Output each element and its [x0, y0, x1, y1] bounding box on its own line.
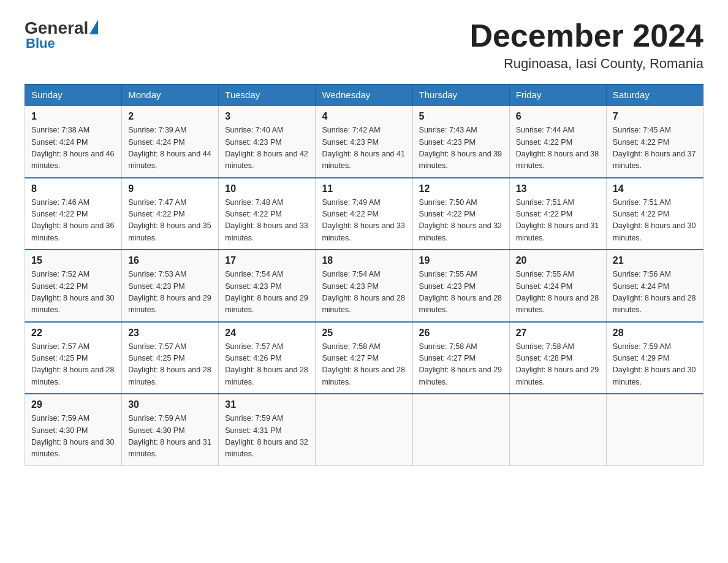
calendar-cell: 24Sunrise: 7:57 AMSunset: 4:26 PMDayligh…: [219, 322, 316, 394]
calendar-cell: 5Sunrise: 7:43 AMSunset: 4:23 PMDaylight…: [412, 105, 509, 178]
day-info: Sunrise: 7:59 AMSunset: 4:29 PMDaylight:…: [613, 341, 697, 389]
calendar-cell: 16Sunrise: 7:53 AMSunset: 4:23 PMDayligh…: [122, 250, 219, 322]
day-info: Sunrise: 7:48 AMSunset: 4:22 PMDaylight:…: [225, 197, 309, 245]
day-info: Sunrise: 7:47 AMSunset: 4:22 PMDaylight:…: [128, 197, 212, 245]
day-number: 10: [225, 183, 309, 194]
calendar-cell: 26Sunrise: 7:58 AMSunset: 4:27 PMDayligh…: [412, 322, 509, 394]
day-info: Sunrise: 7:42 AMSunset: 4:23 PMDaylight:…: [322, 124, 406, 172]
day-number: 26: [419, 327, 503, 339]
calendar-cell: 18Sunrise: 7:54 AMSunset: 4:23 PMDayligh…: [316, 250, 412, 322]
day-number: 11: [322, 183, 406, 194]
day-info: Sunrise: 7:58 AMSunset: 4:28 PMDaylight:…: [516, 341, 600, 389]
day-info: Sunrise: 7:57 AMSunset: 4:26 PMDaylight:…: [225, 341, 309, 389]
day-info: Sunrise: 7:39 AMSunset: 4:24 PMDaylight:…: [128, 124, 212, 172]
calendar-cell: 7Sunrise: 7:45 AMSunset: 4:22 PMDaylight…: [606, 105, 703, 178]
calendar-cell: 20Sunrise: 7:55 AMSunset: 4:24 PMDayligh…: [509, 250, 606, 322]
day-number: 18: [322, 255, 406, 266]
calendar-cell: 22Sunrise: 7:57 AMSunset: 4:25 PMDayligh…: [25, 322, 122, 394]
day-number: 22: [31, 327, 115, 339]
day-number: 9: [128, 183, 212, 194]
day-info: Sunrise: 7:40 AMSunset: 4:23 PMDaylight:…: [225, 124, 309, 172]
logo-blue-text: Blue: [26, 36, 55, 52]
calendar-cell: 6Sunrise: 7:44 AMSunset: 4:22 PMDaylight…: [509, 105, 606, 178]
calendar-week-row: 8Sunrise: 7:46 AMSunset: 4:22 PMDaylight…: [25, 178, 703, 250]
calendar-cell: 25Sunrise: 7:58 AMSunset: 4:27 PMDayligh…: [316, 322, 412, 394]
weekday-header-saturday: Saturday: [606, 85, 703, 106]
calendar-cell: [606, 394, 703, 465]
day-number: 24: [225, 327, 309, 339]
calendar-table: SundayMondayTuesdayWednesdayThursdayFrid…: [25, 84, 703, 466]
day-number: 30: [128, 399, 212, 410]
calendar-subtitle: Ruginoasa, Iasi County, Romania: [469, 56, 703, 72]
calendar-cell: 15Sunrise: 7:52 AMSunset: 4:22 PMDayligh…: [25, 250, 122, 322]
calendar-cell: 9Sunrise: 7:47 AMSunset: 4:22 PMDaylight…: [122, 178, 219, 250]
day-info: Sunrise: 7:59 AMSunset: 4:30 PMDaylight:…: [31, 413, 115, 461]
day-info: Sunrise: 7:56 AMSunset: 4:24 PMDaylight:…: [613, 269, 697, 316]
day-info: Sunrise: 7:51 AMSunset: 4:22 PMDaylight:…: [613, 197, 697, 245]
day-number: 8: [31, 183, 115, 194]
calendar-cell: 2Sunrise: 7:39 AMSunset: 4:24 PMDaylight…: [122, 105, 219, 178]
day-info: Sunrise: 7:46 AMSunset: 4:22 PMDaylight:…: [31, 197, 115, 245]
calendar-cell: 23Sunrise: 7:57 AMSunset: 4:25 PMDayligh…: [122, 322, 219, 394]
calendar-cell: 17Sunrise: 7:54 AMSunset: 4:23 PMDayligh…: [219, 250, 316, 322]
calendar-week-row: 29Sunrise: 7:59 AMSunset: 4:30 PMDayligh…: [25, 394, 703, 465]
day-number: 1: [31, 111, 115, 122]
day-number: 7: [613, 111, 697, 122]
day-info: Sunrise: 7:45 AMSunset: 4:22 PMDaylight:…: [613, 124, 697, 172]
weekday-header-row: SundayMondayTuesdayWednesdayThursdayFrid…: [25, 85, 703, 106]
calendar-week-row: 22Sunrise: 7:57 AMSunset: 4:25 PMDayligh…: [25, 322, 703, 394]
weekday-header-sunday: Sunday: [25, 85, 122, 106]
calendar-cell: 28Sunrise: 7:59 AMSunset: 4:29 PMDayligh…: [606, 322, 703, 394]
day-number: 5: [419, 111, 503, 122]
day-info: Sunrise: 7:51 AMSunset: 4:22 PMDaylight:…: [516, 197, 600, 245]
day-number: 31: [225, 399, 309, 410]
day-number: 15: [31, 255, 115, 266]
calendar-cell: 12Sunrise: 7:50 AMSunset: 4:22 PMDayligh…: [412, 178, 509, 250]
weekday-header-monday: Monday: [122, 85, 219, 106]
calendar-cell: 8Sunrise: 7:46 AMSunset: 4:22 PMDaylight…: [25, 178, 122, 250]
calendar-cell: 1Sunrise: 7:38 AMSunset: 4:24 PMDaylight…: [25, 105, 122, 178]
calendar-cell: 4Sunrise: 7:42 AMSunset: 4:23 PMDaylight…: [316, 105, 412, 178]
calendar-week-row: 1Sunrise: 7:38 AMSunset: 4:24 PMDaylight…: [25, 105, 703, 178]
calendar-cell: 27Sunrise: 7:58 AMSunset: 4:28 PMDayligh…: [509, 322, 606, 394]
calendar-cell: 3Sunrise: 7:40 AMSunset: 4:23 PMDaylight…: [219, 105, 316, 178]
weekday-header-wednesday: Wednesday: [316, 85, 412, 106]
day-number: 23: [128, 327, 212, 339]
day-info: Sunrise: 7:38 AMSunset: 4:24 PMDaylight:…: [31, 124, 115, 172]
day-info: Sunrise: 7:44 AMSunset: 4:22 PMDaylight:…: [516, 124, 600, 172]
day-info: Sunrise: 7:53 AMSunset: 4:23 PMDaylight:…: [128, 269, 212, 316]
calendar-cell: 30Sunrise: 7:59 AMSunset: 4:30 PMDayligh…: [122, 394, 219, 465]
title-area: December 2024 Ruginoasa, Iasi County, Ro…: [469, 18, 703, 72]
day-number: 20: [516, 255, 600, 266]
day-info: Sunrise: 7:54 AMSunset: 4:23 PMDaylight:…: [225, 269, 309, 316]
calendar-cell: 11Sunrise: 7:49 AMSunset: 4:22 PMDayligh…: [316, 178, 412, 250]
day-number: 21: [613, 255, 697, 266]
day-info: Sunrise: 7:59 AMSunset: 4:31 PMDaylight:…: [225, 413, 309, 461]
day-info: Sunrise: 7:58 AMSunset: 4:27 PMDaylight:…: [419, 341, 503, 389]
day-number: 28: [613, 327, 697, 339]
day-number: 3: [225, 111, 309, 122]
calendar-cell: 14Sunrise: 7:51 AMSunset: 4:22 PMDayligh…: [606, 178, 703, 250]
weekday-header-friday: Friday: [509, 85, 606, 106]
day-number: 13: [516, 183, 600, 194]
calendar-title: December 2024: [469, 18, 703, 53]
day-number: 12: [419, 183, 503, 194]
calendar-cell: 29Sunrise: 7:59 AMSunset: 4:30 PMDayligh…: [25, 394, 122, 465]
day-number: 16: [128, 255, 212, 266]
day-number: 27: [516, 327, 600, 339]
weekday-header-tuesday: Tuesday: [219, 85, 316, 106]
weekday-header-thursday: Thursday: [412, 85, 509, 106]
day-info: Sunrise: 7:59 AMSunset: 4:30 PMDaylight:…: [128, 413, 212, 461]
calendar-cell: [412, 394, 509, 465]
calendar-cell: 13Sunrise: 7:51 AMSunset: 4:22 PMDayligh…: [509, 178, 606, 250]
calendar-cell: 31Sunrise: 7:59 AMSunset: 4:31 PMDayligh…: [219, 394, 316, 465]
calendar-week-row: 15Sunrise: 7:52 AMSunset: 4:22 PMDayligh…: [25, 250, 703, 322]
day-number: 25: [322, 327, 406, 339]
day-info: Sunrise: 7:55 AMSunset: 4:23 PMDaylight:…: [419, 269, 503, 316]
calendar-cell: [509, 394, 606, 465]
day-number: 6: [516, 111, 600, 122]
day-number: 4: [322, 111, 406, 122]
calendar-cell: [316, 394, 412, 465]
day-info: Sunrise: 7:57 AMSunset: 4:25 PMDaylight:…: [31, 341, 115, 389]
logo-triangle-icon: [89, 20, 98, 34]
